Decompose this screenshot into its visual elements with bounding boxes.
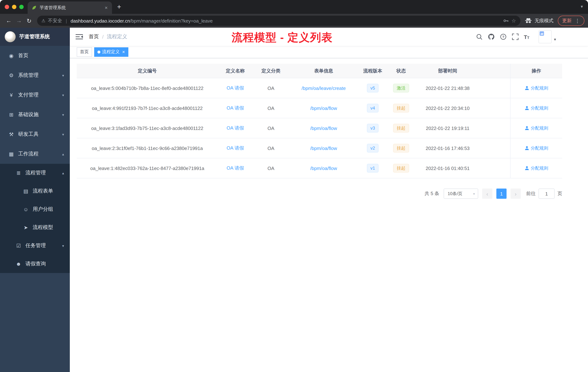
sidebar-item-label: 首页 xyxy=(18,52,28,59)
github-icon[interactable] xyxy=(488,33,495,40)
password-key-icon[interactable] xyxy=(503,18,509,24)
prev-page-button[interactable]: ‹ xyxy=(482,188,492,199)
column-header-status: 状态 xyxy=(387,64,415,78)
forward-button[interactable]: → xyxy=(14,16,24,26)
definition-name-link[interactable]: OA 请假 xyxy=(227,85,244,91)
chevron-down-icon: ▾ xyxy=(62,244,64,248)
minimize-window-button[interactable] xyxy=(12,5,16,9)
incognito-label: 无痕模式 xyxy=(535,17,554,24)
form-link[interactable]: /bpm/oa/flow xyxy=(310,165,337,171)
chevron-up-icon: ▴ xyxy=(62,171,64,175)
avatar-caret-icon[interactable]: ▾ xyxy=(554,37,556,42)
assign-rule-link[interactable]: 分配规则 xyxy=(525,85,548,91)
page-annotation: 流程模型 - 定义列表 xyxy=(232,30,333,45)
cell-deploy-time: 2022-01-16 17:46:53 xyxy=(415,138,480,158)
column-header-spacer xyxy=(480,64,510,78)
avatar[interactable] xyxy=(539,30,552,43)
dashboard-icon: ◉ xyxy=(7,53,15,59)
assign-rule-link[interactable]: 分配规则 xyxy=(525,125,548,131)
browser-menu-icon[interactable]: ⋮ xyxy=(575,18,580,24)
search-icon[interactable] xyxy=(476,33,483,40)
sidebar-item-user-group[interactable]: ☺ 用户分组 xyxy=(0,200,70,219)
form-link[interactable]: /bpm/oa/flow xyxy=(310,125,337,131)
tag-home[interactable]: 首页 xyxy=(77,47,92,57)
form-link[interactable]: /bpm/oa/flow xyxy=(310,105,337,111)
url-text: dashboard.yudao.iocoder.cn/bpm/manager/d… xyxy=(71,18,212,23)
new-tab-button[interactable]: + xyxy=(117,3,121,11)
tab-search-chevron-icon[interactable]: ▾ xyxy=(581,4,583,9)
sidebar-item-home[interactable]: ◉ 首页 xyxy=(0,46,70,66)
reload-button[interactable]: ↻ xyxy=(24,16,34,26)
goto-label: 前往 xyxy=(526,190,536,197)
tags-view-bar: 首页 流程定义 × xyxy=(70,46,588,58)
tab-favicon xyxy=(32,5,37,10)
sidebar-item-label: 流程表单 xyxy=(33,188,53,194)
assign-rule-link[interactable]: 分配规则 xyxy=(525,165,548,171)
sidebar-item-system-management[interactable]: ⚙ 系统管理 ▾ xyxy=(0,66,70,85)
sidebar-item-label: 请假查询 xyxy=(25,261,46,267)
cell-definition-id: oa_leave:2:3c1f0ef1-76b1-11ec-9c66-a2380… xyxy=(77,138,218,158)
tab-title: 芋道管理系统 xyxy=(40,5,100,11)
sidebar-item-process-form[interactable]: ▤ 流程表单 xyxy=(0,182,70,200)
assign-rule-link[interactable]: 分配规则 xyxy=(525,145,548,151)
sidebar-item-infrastructure[interactable]: ⊞ 基础设施 ▾ xyxy=(0,105,70,124)
cell-definition-id: oa_leave:1:482ec033-762a-11ec-8477-a2380… xyxy=(77,158,218,178)
url-host: dashboard.yudao.iocoder.cn xyxy=(71,18,130,23)
chevron-down-icon: ▾ xyxy=(62,73,64,77)
next-page-button[interactable]: › xyxy=(511,188,521,199)
sidebar-item-process-model[interactable]: ➤ 流程模型 xyxy=(0,219,70,237)
model-icon: ➤ xyxy=(22,225,30,230)
sidebar-item-label: 工作流程 xyxy=(18,151,39,157)
sidebar-item-task-management[interactable]: ☑ 任务管理 ▾ xyxy=(0,237,70,255)
sidebar-item-payment-management[interactable]: ¥ 支付管理 ▾ xyxy=(0,85,70,105)
status-tag: 挂起 xyxy=(393,144,409,153)
form-link[interactable]: /bpm/oa/leave/create xyxy=(302,85,346,91)
tag-label: 流程定义 xyxy=(102,49,120,55)
tag-process-definition[interactable]: 流程定义 × xyxy=(94,47,128,57)
font-size-icon[interactable]: TT xyxy=(524,34,533,40)
breadcrumb-separator: / xyxy=(102,34,104,40)
page-size-select[interactable]: 10条/页 ▾ xyxy=(444,188,478,199)
broken-image-icon xyxy=(540,31,544,36)
devtools-icon: ⚒ xyxy=(7,131,15,137)
sidebar-collapse-button[interactable] xyxy=(76,33,83,40)
status-tag: 挂起 xyxy=(393,104,409,112)
address-bar[interactable]: ⚠ 不安全 | dashboard.yudao.iocoder.cn/bpm/m… xyxy=(37,16,520,26)
tab-close-icon[interactable]: × xyxy=(103,5,109,11)
not-secure-icon: ⚠ xyxy=(42,18,45,23)
browser-update-button[interactable]: 更新 ⋮ xyxy=(558,16,584,26)
breadcrumb-home[interactable]: 首页 xyxy=(89,33,99,40)
definition-name-link[interactable]: OA 请假 xyxy=(227,165,244,171)
assign-rule-link[interactable]: 分配规则 xyxy=(525,105,548,111)
zoom-window-button[interactable] xyxy=(19,5,24,9)
cell-category: OA xyxy=(253,78,289,98)
cell-deploy-time: 2022-01-16 01:40:51 xyxy=(415,158,480,178)
back-button[interactable]: ← xyxy=(4,16,14,26)
definition-name-link[interactable]: OA 请假 xyxy=(227,105,244,111)
form-link[interactable]: /bpm/oa/flow xyxy=(310,145,337,151)
goto-page-input[interactable] xyxy=(538,188,555,199)
form-icon: ▤ xyxy=(22,188,30,194)
bookmark-star-icon[interactable]: ☆ xyxy=(512,18,516,24)
tag-close-icon[interactable]: × xyxy=(122,50,125,54)
app-root: 芋道管理系统 ◉ 首页 ⚙ 系统管理 ▾ ¥ 支付管理 ▾ ⊞ 基础设施 ▾ xyxy=(0,28,588,372)
sidebar-item-leave-query[interactable]: ☻ 请假查询 xyxy=(0,255,70,273)
page-number-button[interactable]: 1 xyxy=(496,188,506,199)
column-header-category: 定义分类 xyxy=(253,64,289,78)
sidebar-item-workflow[interactable]: ▦ 工作流程 ▴ xyxy=(0,144,70,164)
sidebar-logo[interactable]: 芋道管理系统 xyxy=(0,28,70,46)
table-header: 定义编号 定义名称 定义分类 表单信息 流程版本 状态 部署时间 操作 xyxy=(77,64,562,78)
definition-name-link[interactable]: OA 请假 xyxy=(227,125,244,131)
browser-tab[interactable]: 芋道管理系统 × xyxy=(28,1,112,14)
sidebar-item-devtools[interactable]: ⚒ 研发工具 ▾ xyxy=(0,124,70,144)
sidebar-item-label: 流程管理 xyxy=(25,170,46,176)
cell-deploy-time: 2022-01-22 20:34:10 xyxy=(415,98,480,118)
close-window-button[interactable] xyxy=(5,5,9,9)
status-tag: 挂起 xyxy=(393,164,409,173)
definition-name-link[interactable]: OA 请假 xyxy=(227,145,244,152)
sidebar-item-process-management[interactable]: ≣ 流程管理 ▴ xyxy=(0,164,70,182)
fullscreen-icon[interactable] xyxy=(512,33,519,40)
top-navbar: 首页 / 流程定义 流程模型 - 定义列表 ? xyxy=(70,28,588,46)
help-icon[interactable]: ? xyxy=(500,33,507,40)
column-header-action: 操作 xyxy=(510,64,562,78)
